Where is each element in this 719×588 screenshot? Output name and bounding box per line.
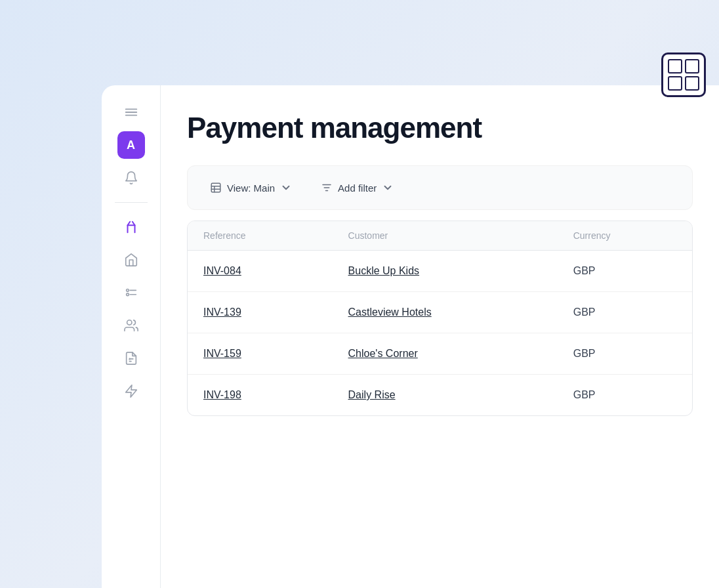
sidebar-item-menu[interactable]: [117, 98, 145, 126]
table-row: INV-139 Castleview Hotels GBP: [188, 292, 692, 333]
col-reference: Reference: [188, 221, 333, 251]
chevron-down-icon-2: [382, 182, 394, 194]
toolbar: View: Main Add filter: [187, 165, 693, 210]
logo-cell-2: [685, 59, 699, 74]
reference-link[interactable]: INV-159: [203, 348, 241, 359]
avatar-letter: A: [127, 138, 135, 152]
svg-point-7: [127, 320, 131, 325]
cell-currency: GBP: [558, 292, 692, 333]
cell-currency: GBP: [558, 375, 692, 416]
svg-marker-11: [125, 385, 136, 397]
cell-reference[interactable]: INV-198: [188, 375, 333, 416]
col-customer: Customer: [333, 221, 558, 251]
cell-customer[interactable]: Chloe's Corner: [333, 333, 558, 375]
svg-point-5: [126, 293, 129, 296]
customer-link[interactable]: Buckle Up Kids: [348, 265, 420, 276]
cell-customer[interactable]: Daily Rise: [333, 375, 558, 416]
logo-cell-3: [668, 76, 682, 91]
sidebar-item-invoices[interactable]: £: [117, 345, 145, 372]
svg-rect-12: [211, 183, 220, 192]
cell-reference[interactable]: INV-084: [188, 251, 333, 292]
customer-link[interactable]: Chloe's Corner: [348, 348, 418, 359]
sidebar-item-avatar[interactable]: A: [117, 131, 145, 159]
filter-lines-icon: [321, 182, 333, 194]
cell-reference[interactable]: INV-139: [188, 292, 333, 333]
sidebar-divider-1: [115, 202, 148, 203]
sidebar-item-automations[interactable]: [117, 377, 145, 405]
cell-customer[interactable]: Buckle Up Kids: [333, 251, 558, 292]
add-filter-button[interactable]: Add filter: [312, 177, 403, 199]
reference-link[interactable]: INV-084: [203, 265, 241, 276]
view-label: View: Main: [227, 182, 275, 194]
table-row: INV-159 Chloe's Corner GBP: [188, 333, 692, 375]
sidebar: A: [102, 85, 161, 588]
sidebar-item-notifications[interactable]: [117, 164, 145, 192]
sidebar-item-home[interactable]: [117, 246, 145, 274]
col-currency: Currency: [558, 221, 692, 251]
sidebar-item-tasks[interactable]: [117, 279, 145, 306]
logo-cell-4: [685, 76, 699, 91]
cell-currency: GBP: [558, 333, 692, 375]
content-area: Payment management View: Main: [161, 85, 719, 588]
cell-currency: GBP: [558, 251, 692, 292]
reference-link[interactable]: INV-198: [203, 389, 241, 400]
page-title: Payment management: [187, 112, 693, 144]
payments-table: Reference Customer Currency INV-084 Buck…: [187, 220, 693, 416]
cell-customer[interactable]: Castleview Hotels: [333, 292, 558, 333]
reference-link[interactable]: INV-139: [203, 306, 241, 318]
sidebar-item-filter[interactable]: [117, 213, 145, 241]
filter-label: Add filter: [338, 182, 377, 194]
view-selector-button[interactable]: View: Main: [201, 177, 301, 199]
cell-reference[interactable]: INV-159: [188, 333, 333, 375]
svg-point-3: [126, 289, 129, 292]
sidebar-item-users[interactable]: [117, 312, 145, 339]
chevron-down-icon: [280, 182, 292, 194]
logo-cell-1: [668, 59, 682, 74]
table-row: INV-084 Buckle Up Kids GBP: [188, 251, 692, 292]
customer-link[interactable]: Castleview Hotels: [348, 306, 432, 318]
table-icon: [210, 182, 222, 194]
app-logo: [661, 52, 706, 97]
table-row: INV-198 Daily Rise GBP: [188, 375, 692, 416]
customer-link[interactable]: Daily Rise: [348, 389, 396, 400]
